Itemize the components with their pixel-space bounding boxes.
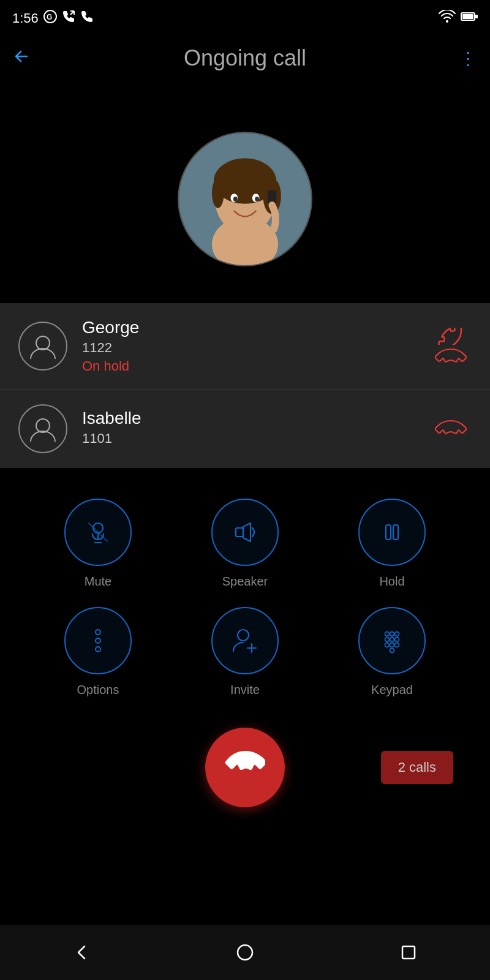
svg-rect-26: [236, 528, 243, 537]
action-row-1: Mute Speaker Hold: [0, 480, 490, 595]
svg-point-30: [96, 638, 100, 643]
options-circle: [64, 607, 132, 674]
status-bar: 1:56 G: [0, 0, 490, 34]
keypad-button[interactable]: Keypad: [358, 607, 426, 697]
wifi-icon: [439, 10, 456, 26]
avatar-area: [0, 83, 490, 303]
back-button[interactable]: [12, 47, 31, 70]
svg-point-35: [385, 632, 390, 636]
isabelle-end-call-button[interactable]: [430, 414, 472, 443]
calls-count-badge[interactable]: 2 calls: [381, 751, 453, 784]
call-item-isabelle: Isabelle 1101: [0, 390, 490, 468]
george-name: George: [82, 318, 430, 337]
call-item-george: George 1122 On hold: [0, 303, 490, 390]
status-right: [439, 10, 478, 26]
svg-point-18: [255, 197, 259, 202]
main-end-area: 2 calls: [0, 703, 490, 820]
hold-circle: [358, 499, 426, 566]
george-status: On hold: [82, 358, 430, 374]
top-bar: Ongoing call ⋮: [0, 34, 490, 83]
svg-text:G: G: [47, 13, 52, 21]
keypad-circle: [358, 607, 426, 674]
mute-circle: [64, 499, 132, 566]
hold-label: Hold: [379, 575, 404, 589]
invite-button[interactable]: Invite: [211, 607, 279, 697]
svg-point-45: [238, 945, 252, 960]
options-button[interactable]: Options: [64, 607, 132, 697]
svg-point-21: [36, 419, 50, 432]
nav-bar: [0, 925, 490, 980]
svg-rect-7: [462, 14, 473, 19]
isabelle-info: Isabelle 1101: [82, 409, 430, 449]
svg-point-29: [96, 630, 100, 635]
g-icon: G: [43, 10, 57, 26]
speaker-circle: [211, 499, 279, 566]
hold-button[interactable]: Hold: [358, 499, 426, 589]
svg-point-17: [233, 197, 238, 202]
mute-button[interactable]: Mute: [64, 499, 132, 589]
speaker-label: Speaker: [222, 575, 268, 589]
svg-point-38: [385, 638, 390, 642]
phone-icon: [80, 10, 94, 26]
invite-circle: [211, 607, 279, 674]
george-avatar: [18, 322, 67, 371]
svg-point-44: [390, 649, 394, 653]
svg-point-42: [390, 643, 394, 647]
svg-point-32: [238, 630, 249, 641]
options-label: Options: [77, 683, 119, 697]
call-list-panel: George 1122 On hold Isabelle 1101: [0, 303, 490, 468]
svg-point-39: [390, 638, 394, 642]
invite-label: Invite: [230, 683, 260, 697]
nav-recent-button[interactable]: [390, 934, 427, 971]
svg-rect-27: [386, 525, 391, 540]
speaker-button[interactable]: Speaker: [211, 499, 279, 589]
svg-rect-8: [476, 15, 478, 18]
mute-label: Mute: [85, 575, 111, 589]
status-time: 1:56: [12, 10, 39, 26]
svg-point-5: [446, 20, 448, 23]
svg-point-14: [212, 178, 224, 208]
svg-point-20: [36, 336, 50, 350]
george-number: 1122: [82, 340, 430, 356]
svg-point-40: [395, 638, 399, 642]
svg-point-41: [385, 643, 390, 647]
status-left: 1:56 G: [12, 10, 94, 26]
avatar: [178, 132, 312, 266]
george-info: George 1122 On hold: [82, 318, 430, 374]
nav-back-button[interactable]: [63, 934, 100, 971]
isabelle-number: 1101: [82, 431, 430, 447]
isabelle-avatar: [18, 404, 67, 453]
svg-point-36: [390, 632, 394, 636]
action-row-2: Options Invite: [0, 595, 490, 703]
more-options-button[interactable]: ⋮: [459, 48, 478, 69]
phone-active-icon: [62, 10, 75, 26]
page-title: Ongoing call: [184, 45, 306, 71]
isabelle-name: Isabelle: [82, 409, 430, 428]
svg-point-37: [395, 632, 399, 636]
main-end-call-button[interactable]: [205, 728, 285, 807]
svg-rect-46: [402, 946, 415, 959]
svg-point-43: [395, 643, 399, 647]
keypad-label: Keypad: [371, 683, 413, 697]
george-end-call-button[interactable]: [430, 323, 472, 369]
svg-point-31: [96, 647, 100, 652]
nav-home-button[interactable]: [227, 934, 263, 971]
battery-icon: [461, 11, 478, 25]
svg-rect-28: [393, 525, 398, 540]
